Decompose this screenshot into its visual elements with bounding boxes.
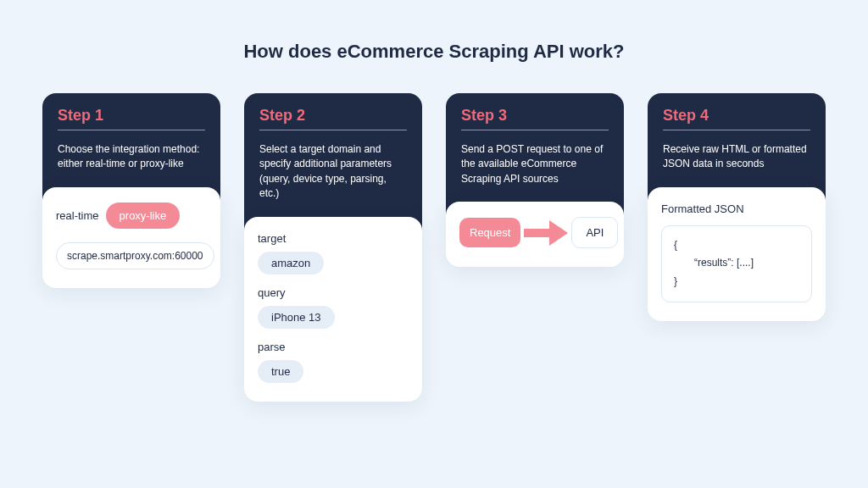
json-line-open: { <box>674 236 799 255</box>
step-3-label: Step 3 <box>461 107 609 130</box>
param-target: target amazon <box>258 232 409 274</box>
step-3-body: Request API <box>446 202 624 267</box>
api-box: API <box>571 217 618 248</box>
param-target-label: target <box>258 232 409 245</box>
step-1: Step 1 Choose the integration method: ei… <box>42 93 220 288</box>
step-3-header: Step 3 Send a POST request to one of the… <box>446 93 624 215</box>
step-2-header: Step 2 Select a target domain and specif… <box>244 93 422 230</box>
step-2: Step 2 Select a target domain and specif… <box>244 93 422 402</box>
step-1-label: Step 1 <box>58 107 205 130</box>
json-title: Formatted JSON <box>661 202 812 215</box>
json-line-results: “results”: [....] <box>674 254 799 273</box>
option-realtime: real-time <box>56 209 99 222</box>
param-query: query iPhone 13 <box>258 286 409 329</box>
step-3-desc: Send a POST request to one of the availa… <box>461 142 609 186</box>
step-1-desc: Choose the integration method: either re… <box>58 142 205 172</box>
step-4-body: Formatted JSON { “results”: [....] } <box>648 187 826 321</box>
step-3: Step 3 Send a POST request to one of the… <box>446 93 624 267</box>
arrow-right-icon <box>524 219 568 247</box>
option-proxylike: proxy-like <box>106 202 181 229</box>
steps-row: Step 1 Choose the integration method: ei… <box>0 93 868 402</box>
param-parse-label: parse <box>258 341 409 353</box>
step-4: Step 4 Receive raw HTML or formatted JSO… <box>648 93 826 321</box>
json-line-close: } <box>674 273 799 291</box>
param-query-value: iPhone 13 <box>258 306 335 329</box>
json-preview: { “results”: [....] } <box>661 225 812 302</box>
param-parse-value: true <box>258 360 303 383</box>
step-4-desc: Receive raw HTML or formatted JSON data … <box>663 142 810 172</box>
param-parse: parse true <box>258 341 409 383</box>
step-2-label: Step 2 <box>259 107 407 130</box>
endpoint-pill: scrape.smartproxy.com:60000 <box>56 242 214 269</box>
step-2-desc: Select a target domain and specify addit… <box>259 142 407 202</box>
step-1-header: Step 1 Choose the integration method: ei… <box>42 93 220 201</box>
page-title: How does eCommerce Scraping API work? <box>0 0 868 93</box>
param-target-value: amazon <box>258 252 324 274</box>
step-1-body: real-time proxy-like scrape.smartproxy.c… <box>42 187 220 288</box>
step-2-body: target amazon query iPhone 13 parse true <box>244 217 422 402</box>
step-4-header: Step 4 Receive raw HTML or formatted JSO… <box>648 93 826 201</box>
request-pill: Request <box>459 218 520 247</box>
step-4-label: Step 4 <box>663 107 810 130</box>
param-query-label: query <box>258 286 409 299</box>
